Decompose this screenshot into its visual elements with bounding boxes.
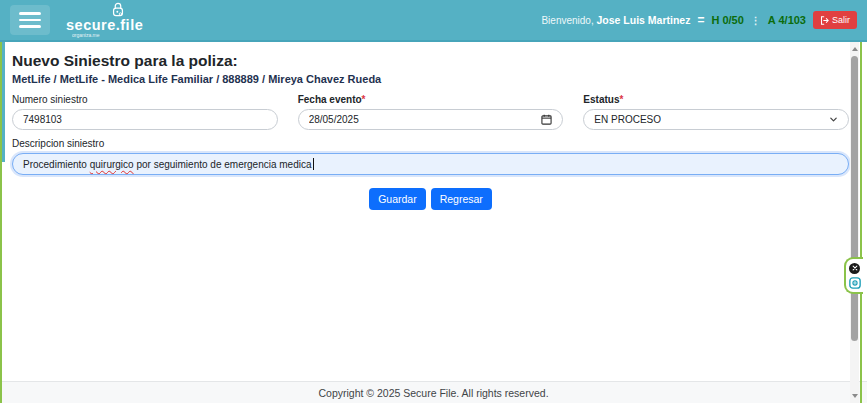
scrollbar-thumb[interactable] <box>851 56 858 341</box>
back-button[interactable]: Regresar <box>431 188 492 210</box>
field-estatus: Estatus* EN PROCESO <box>583 94 849 130</box>
brand-tagline: organiza.me <box>72 33 100 38</box>
field-descripcion: Descripcion siniestro Procedimiento quir… <box>12 138 849 175</box>
estatus-selected-value: EN PROCESO <box>594 114 661 125</box>
app-header: secure.file organiza.me Bienvenido, Jose… <box>0 0 867 42</box>
fecha-evento-label-text: Fecha evento <box>298 94 362 105</box>
dots-separator-icon: ⋮ <box>751 15 761 26</box>
capture-icon[interactable] <box>849 277 861 289</box>
descripcion-input[interactable]: Procedimiento quirurgico por seguimiento… <box>12 153 849 175</box>
brand-name: secure.file <box>66 18 143 33</box>
scroll-up-arrow-icon[interactable] <box>850 43 859 55</box>
estatus-label-text: Estatus <box>583 94 619 105</box>
close-icon[interactable] <box>849 263 860 274</box>
scroll-down-arrow-icon[interactable] <box>850 390 859 402</box>
chevron-down-icon <box>829 115 838 124</box>
exit-icon <box>820 16 829 25</box>
padlock-icon <box>111 2 125 17</box>
descripcion-label: Descripcion siniestro <box>12 138 849 149</box>
capture-border-left <box>0 42 2 403</box>
footer: Copyright © 2025 Secure File. All rights… <box>0 381 867 403</box>
numero-siniestro-label: Numero siniestro <box>12 94 278 105</box>
fecha-evento-value: 28/05/2025 <box>309 114 359 125</box>
save-button[interactable]: Guardar <box>369 188 426 210</box>
numero-siniestro-input[interactable] <box>12 109 278 130</box>
policy-breadcrumb: MetLife / MetLife - Medica Life Familiar… <box>12 73 849 85</box>
calendar-icon[interactable] <box>541 114 552 125</box>
estatus-select[interactable]: EN PROCESO <box>583 109 849 130</box>
descripcion-text-after: por seguimiento de emergencia medica <box>134 159 312 170</box>
logout-button[interactable]: Salir <box>813 11 857 29</box>
required-asterisk: * <box>362 94 366 105</box>
copyright-text: Copyright © 2025 Secure File. All rights… <box>318 387 548 399</box>
capture-widget <box>844 257 863 294</box>
descripcion-misspelled-word: quirurgico <box>90 159 134 170</box>
fecha-evento-label: Fecha evento* <box>298 94 564 105</box>
hamburger-icon <box>19 19 41 22</box>
text-caret <box>313 158 314 170</box>
vertical-scrollbar[interactable] <box>850 42 859 403</box>
equals-icon: = <box>697 13 704 27</box>
fecha-evento-date-input[interactable]: 28/05/2025 <box>298 109 564 130</box>
field-fecha-evento: Fecha evento* 28/05/2025 <box>298 94 564 130</box>
field-numero-siniestro: Numero siniestro <box>12 94 278 130</box>
page: secure.file organiza.me Bienvenido, Jose… <box>0 0 867 403</box>
counter-a-badge: A 4/103 <box>768 14 806 26</box>
brand-logo[interactable]: secure.file organiza.me <box>66 2 143 39</box>
counter-h-badge: H 0/50 <box>711 14 743 26</box>
estatus-label: Estatus* <box>583 94 849 105</box>
welcome-prefix: Bienvenido, <box>541 15 593 26</box>
welcome-text: Bienvenido, Jose Luis Martinez <box>541 14 690 26</box>
header-right: Bienvenido, Jose Luis Martinez = H 0/50 … <box>541 11 857 29</box>
descripcion-text-before: Procedimiento <box>23 159 90 170</box>
logout-label: Salir <box>832 15 850 25</box>
claim-form: Numero siniestro Fecha evento* 28/05/202… <box>12 94 849 130</box>
hamburger-icon <box>19 12 41 15</box>
user-name: Jose Luis Martinez <box>596 14 690 26</box>
required-asterisk: * <box>619 94 623 105</box>
page-title: Nuevo Siniestro para la poliza: <box>12 52 849 70</box>
main-content: Nuevo Siniestro para la poliza: MetLife … <box>0 42 867 210</box>
hamburger-menu-button[interactable] <box>10 5 50 35</box>
hamburger-icon <box>19 25 41 28</box>
capture-border-right <box>860 42 862 403</box>
form-actions: Guardar Regresar <box>12 188 849 210</box>
